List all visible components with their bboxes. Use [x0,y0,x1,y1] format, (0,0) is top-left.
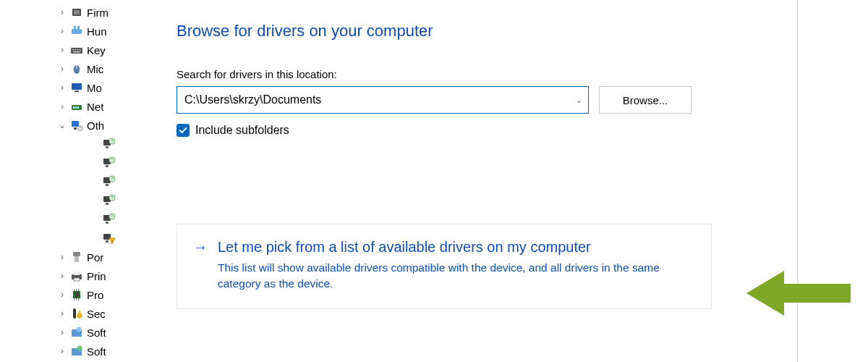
chevron-right-icon[interactable]: › [58,271,67,281]
svg-rect-1 [74,10,80,14]
tree-item[interactable]: ›Firm [58,3,133,22]
option-title: Let me pick from a list of available dri… [218,239,591,256]
tree-item[interactable]: ⌄?Oth [58,116,133,135]
tree-item-label: Net [87,101,103,113]
chevron-right-icon[interactable]: › [58,290,67,300]
svg-rect-63 [77,327,81,332]
tree-item[interactable]: ? [58,210,133,229]
chevron-right-icon[interactable]: › [58,26,67,36]
chip-icon [69,5,84,20]
net-icon [69,99,84,114]
include-subfolders-label: Include subfolders [195,124,289,137]
chevron-right-icon[interactable]: › [58,346,67,356]
other-icon: ? [69,118,84,132]
svg-rect-10 [73,51,80,53]
search-location-label: Search for drivers in this location: [176,68,824,80]
device-tree[interactable]: ›Firm›Hun›Key›Mic›Mo›Net⌄?Oth?????!›Por›… [0,0,133,362]
chevron-right-icon[interactable]: › [58,7,67,17]
svg-text:?: ? [111,214,113,219]
tree-item-label: Oth [87,119,104,132]
svg-rect-28 [106,165,109,167]
tree-item[interactable]: ›Sec [58,304,133,323]
tree-item[interactable]: ›Key [58,41,133,59]
chevron-right-icon[interactable]: › [58,45,67,55]
svg-rect-3 [74,26,76,30]
tree-item[interactable]: ! [58,229,133,248]
svg-rect-19 [72,121,79,127]
tree-item-label: Hun [87,25,107,38]
chevron-right-icon[interactable]: › [58,83,67,93]
svg-rect-9 [80,49,81,51]
tree-item[interactable]: ›Por [58,248,133,266]
tree-item-label: Prin [87,270,106,282]
mouse-icon [69,62,84,76]
tree-item[interactable]: ? [58,135,133,153]
chevron-right-icon[interactable]: › [58,252,67,262]
svg-text:?: ? [111,195,113,200]
svg-rect-44 [106,240,109,243]
svg-rect-14 [75,90,79,92]
sec-icon [69,306,84,321]
tree-item[interactable]: ›Soft [58,323,133,342]
chevron-right-icon[interactable]: › [58,327,67,337]
tree-item[interactable]: ›Mic [58,59,133,78]
include-subfolders-checkbox[interactable] [176,124,190,137]
arrow-right-icon: → [193,239,209,256]
svg-text:?: ? [111,139,113,143]
svg-point-65 [77,346,82,351]
tree-item[interactable]: ›Net [58,97,133,116]
svg-text:?: ? [111,177,113,181]
browse-button[interactable]: Browse... [599,86,692,114]
tree-item[interactable]: ? [58,172,133,191]
unkq-icon: ? [101,174,116,189]
tree-item-label: Sec [87,308,106,320]
svg-rect-52 [75,292,79,297]
hid-icon [69,24,84,38]
path-combobox[interactable]: ⌄ [176,86,589,114]
svg-rect-17 [75,106,77,109]
keyb-icon [69,43,84,57]
printer-icon [69,269,84,283]
chevron-down-icon[interactable]: ⌄ [58,120,67,130]
svg-rect-56 [76,298,77,300]
svg-rect-59 [73,308,76,319]
svg-rect-32 [106,184,109,186]
tree-item-label: Key [87,44,106,56]
path-input[interactable] [184,93,569,106]
svg-text:?: ? [111,158,113,162]
tree-item[interactable]: ? [58,153,133,172]
svg-rect-50 [74,278,80,281]
svg-rect-57 [78,289,79,291]
svg-rect-2 [72,29,82,34]
svg-rect-58 [78,298,79,300]
chevron-right-icon[interactable]: › [58,101,67,111]
unkw-icon: ! [101,231,116,245]
softc-icon [69,325,84,340]
svg-rect-5 [71,48,82,54]
tree-item[interactable]: ›Mo [58,78,133,97]
svg-rect-4 [77,26,80,30]
unkq-icon: ? [101,137,116,151]
svg-rect-18 [77,106,79,109]
unkq-icon: ? [101,156,116,170]
chevron-right-icon[interactable]: › [58,308,67,319]
tree-item[interactable]: ? [58,191,133,210]
tree-item[interactable]: ›Prin [58,266,133,285]
let-me-pick-option[interactable]: → Let me pick from a list of available d… [176,224,712,309]
svg-rect-36 [106,203,109,205]
svg-rect-16 [73,106,75,109]
cpu-icon [69,287,84,302]
option-description: This list will show available drivers co… [193,260,678,292]
svg-rect-13 [72,83,82,90]
svg-rect-49 [74,272,80,275]
tree-item-label: Firm [87,7,109,19]
tree-item[interactable]: ›Soft [58,342,133,361]
tree-item[interactable]: ›Hun [58,22,133,41]
svg-rect-55 [76,289,77,291]
dropdown-icon: ⌄ [576,96,582,105]
tree-item[interactable]: ›Pro [58,285,133,304]
chevron-right-icon[interactable]: › [58,64,67,74]
tree-item-label: Soft [87,327,106,339]
port-icon [69,250,84,264]
tree-item-label: Por [87,251,103,264]
